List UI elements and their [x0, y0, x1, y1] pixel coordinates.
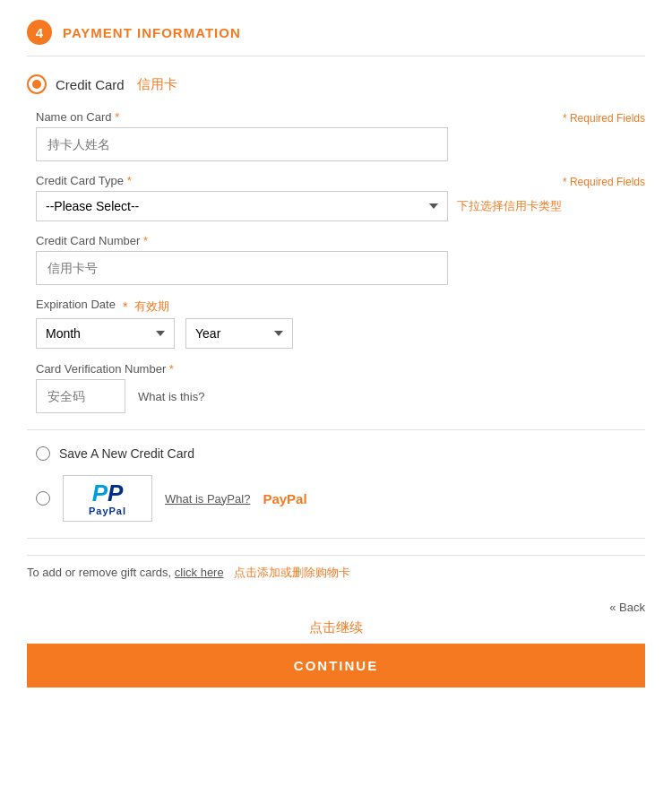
paypal-logo-box: P P PayPal — [63, 475, 152, 522]
what-is-this-link[interactable]: What is this? — [138, 390, 204, 403]
name-on-card-group: Name on Card * — [36, 110, 563, 161]
card-type-row: Credit Card Type * --Please Select--Visa… — [36, 174, 645, 221]
credit-card-label: Credit Card — [56, 77, 125, 92]
cvv-row: What is this? — [36, 379, 645, 413]
paypal-logo-text: PayPal — [89, 506, 126, 516]
save-card-label: Save A New Credit Card — [59, 446, 194, 461]
expiration-required-star: * — [123, 299, 127, 314]
expiration-group: Expiration Date * 有效期 Month01 - January0… — [36, 298, 645, 349]
required-note-1: * Required Fields — [563, 110, 645, 125]
name-on-card-label: Name on Card * — [36, 110, 563, 124]
step-number: 4 — [27, 20, 52, 45]
continue-button[interactable]: CONTINUE — [27, 644, 645, 688]
name-on-card-row: Name on Card * * Required Fields — [36, 110, 645, 161]
credit-card-option: Credit Card 信用卡 — [27, 74, 645, 94]
expiration-label: Expiration Date — [36, 298, 116, 311]
back-link[interactable]: « Back — [609, 601, 645, 614]
cvv-label: Card Verification Number * — [36, 362, 174, 376]
gift-card-line: To add or remove gift cards, click here … — [27, 555, 645, 593]
continue-wrapper: 点击继续 CONTINUE — [27, 619, 645, 695]
save-card-radio[interactable] — [36, 446, 50, 461]
month-select[interactable]: Month01 - January02 - February03 - March… — [36, 318, 175, 349]
card-number-label: Credit Card Number * — [36, 234, 645, 247]
paypal-row: P P PayPal What is PayPal? PayPal — [27, 475, 645, 522]
gift-card-text: To add or remove gift cards, — [27, 566, 171, 579]
nav-row: « Back — [27, 593, 645, 619]
paypal-logo-p-blue: P — [92, 481, 108, 505]
card-type-group: Credit Card Type * --Please Select--Visa… — [36, 174, 563, 221]
required-note-2: * Required Fields — [563, 174, 645, 188]
expiration-label-row: Expiration Date * 有效期 — [36, 298, 645, 315]
divider-2 — [27, 538, 645, 539]
card-type-label: Credit Card Type * — [36, 174, 563, 187]
save-card-row: Save A New Credit Card — [27, 446, 645, 461]
what-is-paypal-link[interactable]: What is PayPal? — [165, 492, 250, 506]
continue-cn[interactable]: 点击继续 — [27, 619, 645, 636]
expiration-selects-row: Month01 - January02 - February03 - March… — [36, 318, 645, 349]
expiration-cn: 有效期 — [134, 298, 169, 315]
card-number-row: Credit Card Number * — [36, 234, 645, 285]
gift-card-link[interactable]: click here — [175, 566, 224, 579]
divider-1 — [27, 429, 645, 430]
gift-card-cn: 点击添加或删除购物卡 — [234, 566, 350, 579]
paypal-cn-label: PayPal — [263, 491, 306, 506]
year-select[interactable]: Year202420252026202720282029203020312032 — [185, 318, 293, 349]
section-header: 4 PAYMENT INFORMATION — [27, 9, 645, 56]
name-on-card-input[interactable] — [36, 127, 448, 161]
paypal-radio[interactable] — [36, 491, 50, 506]
card-number-input[interactable] — [36, 251, 448, 285]
card-type-select[interactable]: --Please Select--VisaMastercardAmerican … — [36, 191, 448, 221]
cvv-input[interactable] — [36, 379, 125, 413]
section-title: PAYMENT INFORMATION — [63, 25, 241, 40]
cvv-group: Card Verification Number * What is this? — [36, 361, 645, 413]
credit-card-label-cn: 信用卡 — [137, 76, 177, 93]
paypal-logo-p-dark: P — [108, 481, 123, 505]
card-type-cn: 下拉选择信用卡类型 — [457, 198, 562, 214]
card-number-group: Credit Card Number * — [36, 234, 645, 285]
